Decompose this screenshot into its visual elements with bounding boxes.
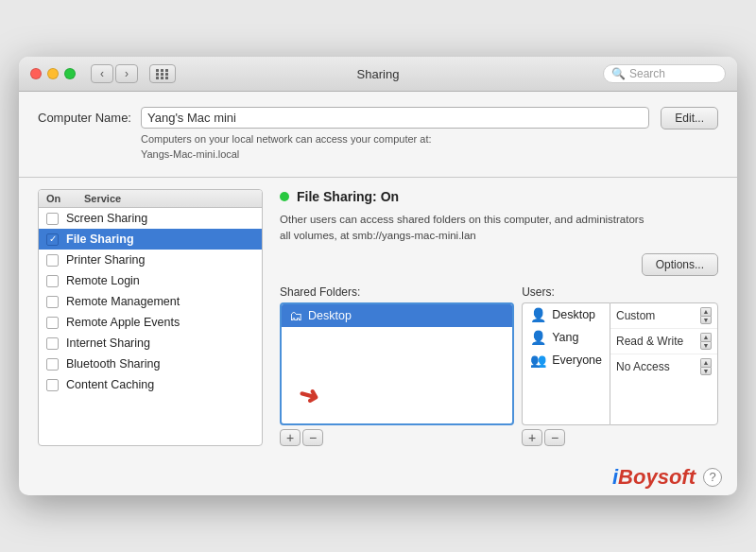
- service-label-remote-management: Remote Management: [66, 295, 180, 308]
- checkbox-file-sharing[interactable]: [46, 233, 59, 246]
- user-icon-everyone: 👥: [530, 353, 546, 368]
- perm-label-custom: Custom: [616, 309, 655, 322]
- status-row: File Sharing: On: [280, 189, 718, 204]
- status-desc-line2: all volumes, at smb://yangs-mac-mini.lan: [280, 230, 476, 241]
- users-label: Users:: [522, 285, 718, 299]
- user-icon-yang: 👤: [530, 330, 546, 345]
- service-label-remote-login: Remote Login: [66, 274, 140, 287]
- status-desc-line1: Other users can access shared folders on…: [280, 214, 644, 225]
- perm-stepper-no-access[interactable]: ▲ ▼: [700, 358, 712, 375]
- grid-icon: [156, 69, 169, 79]
- perm-stepper-custom[interactable]: ▲ ▼: [700, 307, 712, 324]
- service-label-file-sharing: File Sharing: [66, 233, 134, 246]
- checkbox-bluetooth-sharing[interactable]: [46, 358, 59, 371]
- stepper-down-custom[interactable]: ▼: [700, 316, 712, 324]
- close-button[interactable]: [30, 68, 42, 79]
- user-list-controls: + −: [522, 429, 718, 446]
- options-button[interactable]: Options...: [642, 253, 718, 276]
- service-label-screen-sharing: Screen Sharing: [66, 212, 147, 225]
- checkbox-internet-sharing[interactable]: [46, 337, 59, 350]
- remove-folder-button[interactable]: −: [302, 429, 323, 446]
- permissions-list: Custom ▲ ▼ Read & Write ▲: [610, 302, 718, 425]
- brand-logo: iBoysoft: [612, 465, 696, 490]
- service-item-remote-management[interactable]: Remote Management: [39, 291, 262, 312]
- service-item-printer-sharing[interactable]: Printer Sharing: [39, 250, 262, 270]
- checkbox-remote-apple-events[interactable]: [46, 317, 59, 329]
- checkbox-content-caching[interactable]: [46, 379, 59, 391]
- service-label-content-caching: Content Caching: [66, 378, 154, 391]
- service-label-printer-sharing: Printer Sharing: [66, 253, 145, 267]
- perm-item-no-access[interactable]: No Access ▲ ▼: [610, 354, 717, 379]
- service-list-container: On Service Screen Sharing File Sharing P…: [38, 189, 263, 445]
- checkbox-screen-sharing[interactable]: [46, 213, 59, 225]
- stepper-down-read-write[interactable]: ▼: [700, 341, 712, 350]
- service-item-internet-sharing[interactable]: Internet Sharing: [39, 333, 262, 354]
- back-button[interactable]: ‹: [91, 64, 113, 83]
- col-service-header: Service: [84, 193, 254, 204]
- edit-button[interactable]: Edit...: [661, 107, 718, 129]
- fullscreen-button[interactable]: [64, 68, 76, 79]
- perm-label-no-access: No Access: [616, 360, 670, 373]
- divider: [19, 177, 737, 178]
- computer-name-label: Computer Name:: [38, 107, 131, 125]
- user-icon-desktop: 👤: [530, 307, 546, 322]
- footer: iBoysoft ?: [19, 457, 737, 495]
- service-label-internet-sharing: Internet Sharing: [66, 336, 150, 350]
- computer-name-address: Yangs-Mac-mini.local: [141, 148, 239, 160]
- folders-list: 🗂 Desktop ➜: [280, 302, 514, 425]
- traffic-lights: [30, 68, 76, 79]
- folders-label: Shared Folders:: [280, 285, 514, 299]
- user-item-yang[interactable]: 👤 Yang: [523, 326, 610, 349]
- checkbox-remote-management[interactable]: [46, 296, 59, 308]
- right-panel: File Sharing: On Other users can access …: [263, 189, 718, 445]
- forward-button[interactable]: ›: [115, 64, 138, 83]
- service-item-file-sharing[interactable]: File Sharing: [39, 229, 262, 250]
- perm-item-custom[interactable]: Custom ▲ ▼: [610, 303, 717, 329]
- options-row: Options...: [280, 253, 718, 276]
- checkbox-remote-login[interactable]: [46, 275, 59, 287]
- help-button[interactable]: ?: [703, 468, 722, 487]
- col-on-header: On: [46, 193, 73, 204]
- stepper-down-no-access[interactable]: ▼: [700, 367, 712, 375]
- service-item-screen-sharing[interactable]: Screen Sharing: [39, 208, 262, 229]
- users-permissions-container: Users: 👤 Desktop 👤 Yang: [522, 285, 718, 446]
- status-title: File Sharing: On: [297, 189, 399, 204]
- service-item-bluetooth-sharing[interactable]: Bluetooth Sharing: [39, 354, 262, 374]
- computer-name-row: Computer Name: Computers on your local n…: [38, 107, 718, 162]
- folder-icon-desktop: 🗂: [289, 308, 302, 323]
- add-folder-arrow: ➜: [295, 378, 322, 412]
- user-name-desktop: Desktop: [552, 308, 595, 321]
- perm-stepper-read-write[interactable]: ▲ ▼: [700, 333, 712, 350]
- brand-name: Boysoft: [618, 465, 696, 489]
- service-list-header: On Service: [39, 190, 262, 208]
- sharing-window: ‹ › Sharing 🔍 Search Computer Name: Comp…: [19, 57, 737, 494]
- service-item-remote-apple-events[interactable]: Remote Apple Events: [39, 312, 262, 333]
- computer-name-sub-line1: Computers on your local network can acce…: [141, 133, 432, 145]
- add-user-button[interactable]: +: [522, 429, 542, 446]
- add-folder-button[interactable]: +: [280, 429, 301, 446]
- users-list: 👤 Desktop 👤 Yang 👥 Everyone: [522, 302, 610, 425]
- user-item-desktop[interactable]: 👤 Desktop: [523, 303, 610, 326]
- stepper-up-no-access[interactable]: ▲: [700, 358, 712, 367]
- stepper-up-custom[interactable]: ▲: [700, 307, 712, 316]
- perm-item-read-write[interactable]: Read & Write ▲ ▼: [610, 329, 717, 354]
- remove-user-button[interactable]: −: [544, 429, 565, 446]
- service-item-remote-login[interactable]: Remote Login: [39, 270, 262, 291]
- window-title: Sharing: [357, 67, 400, 81]
- user-name-everyone: Everyone: [552, 354, 602, 367]
- minimize-button[interactable]: [47, 68, 59, 79]
- perm-label-read-write: Read & Write: [616, 335, 683, 348]
- service-item-content-caching[interactable]: Content Caching: [39, 374, 262, 395]
- checkbox-printer-sharing[interactable]: [46, 254, 59, 267]
- nav-buttons: ‹ ›: [91, 64, 138, 83]
- main-panel: On Service Screen Sharing File Sharing P…: [38, 189, 718, 445]
- app-grid-button[interactable]: [149, 64, 176, 83]
- search-box[interactable]: 🔍 Search: [603, 64, 726, 83]
- user-name-yang: Yang: [552, 331, 578, 344]
- user-item-everyone[interactable]: 👥 Everyone: [523, 349, 610, 371]
- folder-item-desktop[interactable]: 🗂 Desktop: [282, 304, 512, 327]
- search-placeholder: Search: [629, 67, 665, 80]
- computer-name-input[interactable]: [141, 107, 649, 129]
- stepper-up-read-write[interactable]: ▲: [700, 333, 712, 341]
- titlebar: ‹ › Sharing 🔍 Search: [19, 57, 737, 92]
